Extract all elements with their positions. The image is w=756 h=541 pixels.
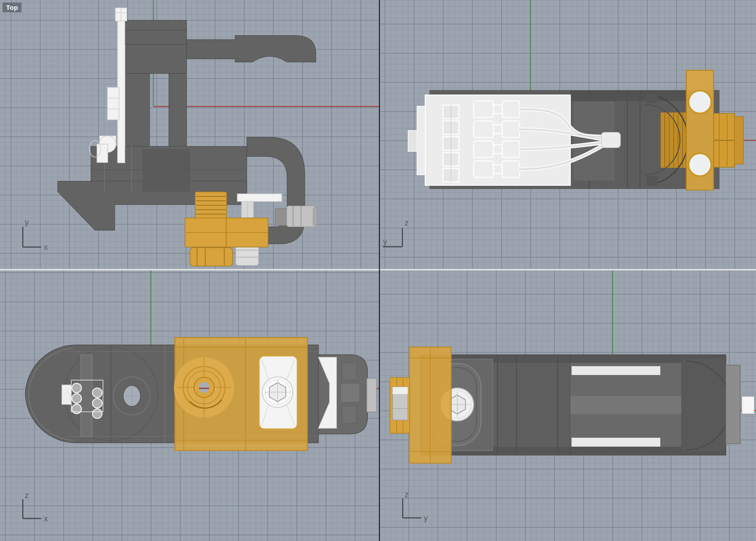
top-view-canvas[interactable]: y x [0,0,379,269]
side-connector-stub [742,396,754,414]
white-rail-top [572,366,660,375]
nozzle-bore [199,382,210,393]
axis-label-v: z [404,490,409,499]
axis-label-v: z [404,218,409,228]
axis-label-h: y [423,513,428,523]
axis-label-h: x [44,514,48,523]
right-view-model[interactable] [390,347,754,463]
white-rail-bottom [572,438,660,447]
axis-indicator-right: z y [403,490,428,523]
left-view-canvas[interactable]: z y [380,0,756,269]
viewport-divider-vertical[interactable] [379,0,380,541]
axis-label-h: y [383,237,387,247]
bolt-plate[interactable] [259,356,297,429]
extruder-white-body[interactable] [408,95,570,185]
orange-side-block[interactable] [390,377,410,433]
top-view-model[interactable] [58,8,318,266]
clamp-screw[interactable] [275,206,318,227]
cad-four-view-workspace: y x Top [0,0,756,541]
viewport-right[interactable]: z y Right [380,270,756,541]
right-view-canvas[interactable]: z y [380,270,756,541]
viewport-divider-horizontal[interactable] [0,269,756,270]
side-connector-stub [367,378,377,412]
axis-indicator-front: z x [23,490,48,523]
orange-mount-plate[interactable] [409,347,451,463]
axis-label-h: x [44,242,48,252]
ptfe-tube-assembly[interactable] [89,8,127,163]
vent-squares [443,105,459,182]
viewport-front[interactable]: z x Front [0,270,379,541]
viewport-tab-top[interactable]: Top [3,3,22,12]
viewport-left[interactable]: z y Left [380,0,756,269]
axis-indicator-left: z y [383,218,409,247]
front-view-model[interactable] [25,338,377,450]
axis-indicator-top: y x [23,217,48,252]
axis-label-v: y [25,217,29,227]
axis-label-v: z [25,490,29,500]
left-view-model[interactable] [408,70,743,190]
viewport-top[interactable]: y x Top [0,0,379,269]
front-view-canvas[interactable]: z x [0,270,379,541]
